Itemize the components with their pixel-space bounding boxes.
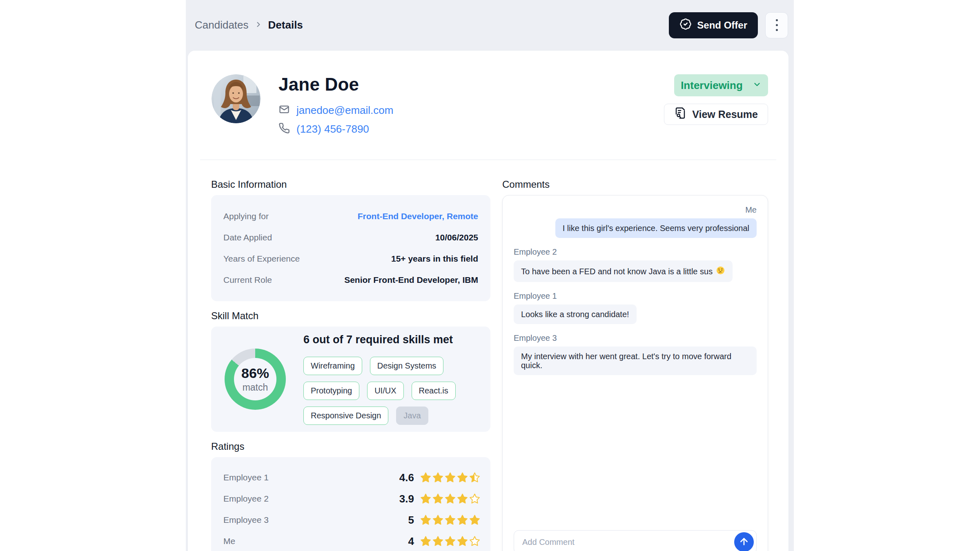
view-resume-label: View Resume [692, 109, 758, 120]
send-offer-button[interactable]: Send Offer [669, 12, 758, 38]
skill-match-panel: 86% match 6 out of 7 required skills met… [211, 327, 490, 432]
comment-bubble: To have been a FED and not know Java is … [514, 260, 733, 282]
rating-row: Employee 35 [223, 509, 481, 531]
top-bar: Candidates Details Send Offer [186, 0, 794, 50]
comment-messages: MeI like this girl's experience. Seems v… [514, 205, 757, 530]
comments-panel: MeI like this girl's experience. Seems v… [502, 195, 768, 551]
comment-text: My interview with her went great. Let's … [521, 352, 749, 370]
breadcrumb: Candidates Details [195, 19, 303, 31]
candidate-email[interactable]: janedoe@email.com [296, 104, 393, 117]
arrow-up-icon [739, 536, 749, 548]
app-region: Candidates Details Send Offer [186, 0, 794, 551]
topbar-actions: Send Offer [669, 12, 788, 38]
rating-stars [420, 493, 481, 505]
comment-author: Employee 1 [514, 291, 557, 301]
rating-name: Employee 1 [223, 473, 269, 482]
ratings-heading: Ratings [211, 441, 490, 452]
info-label: Applying for [223, 211, 269, 221]
rating-stars [420, 514, 481, 526]
breadcrumb-details: Details [268, 19, 303, 31]
candidate-identity: Jane Doe janedoe@email.com (123) 456-789… [278, 74, 393, 141]
rating-value: 4.6 [399, 471, 414, 484]
skill-match-heading: Skill Match [211, 310, 490, 322]
view-resume-button[interactable]: View Resume [664, 104, 768, 125]
rating-name: Me [223, 536, 235, 546]
rating-row: Employee 14.6 [223, 467, 481, 488]
rating-stars [420, 472, 481, 484]
skill-chip-met: Responsive Design [303, 407, 388, 425]
skills-met-headline: 6 out of 7 required skills met [303, 333, 479, 346]
info-label: Years of Experience [223, 254, 300, 264]
rating-name: Employee 3 [223, 515, 269, 525]
kebab-dot [776, 19, 778, 21]
comment-bubble: I like this girl's experience. Seems ver… [555, 218, 757, 238]
info-row: Current RoleSenior Front-End Developer, … [223, 269, 478, 291]
rating-row: Me4 [223, 531, 481, 551]
skill-chip-met: React.is [412, 382, 456, 400]
basic-information-panel: Applying forFront-End Developer, RemoteD… [211, 195, 490, 301]
match-caption: match [243, 382, 268, 393]
thinking-face-emoji [716, 266, 725, 275]
comment-text: I like this girl's experience. Seems ver… [563, 224, 749, 233]
phone-row: (123) 456-7890 [278, 122, 393, 136]
match-percent: 86% [241, 365, 269, 381]
info-value: Senior Front-End Developer, IBM [344, 275, 478, 285]
breadcrumb-candidates[interactable]: Candidates [195, 19, 249, 31]
profile-actions: Interviewing View Resume [664, 74, 768, 125]
comment-message: Employee 1Looks like a strong candidate! [514, 291, 757, 324]
comment-author: Employee 3 [514, 333, 557, 343]
comment-message: Employee 3My interview with her went gre… [514, 333, 757, 375]
breadcrumb-chevron-icon [254, 19, 263, 31]
info-label: Current Role [223, 275, 272, 285]
info-value[interactable]: Front-End Developer, Remote [358, 211, 478, 221]
comments-heading: Comments [502, 179, 768, 190]
kebab-dot [776, 24, 778, 26]
info-label: Date Applied [223, 233, 272, 242]
info-row: Applying forFront-End Developer, Remote [223, 206, 478, 227]
rating-name: Employee 2 [223, 494, 269, 504]
skill-list: 6 out of 7 required skills met Wireframi… [303, 333, 479, 425]
rating-value: 5 [408, 514, 414, 527]
rating-stars [420, 535, 481, 547]
rating-row: Employee 23.9 [223, 488, 481, 509]
profile-header: Jane Doe janedoe@email.com (123) 456-789… [188, 51, 788, 141]
basic-information-heading: Basic Information [211, 179, 490, 190]
skill-chip-met: Design Systems [370, 357, 444, 375]
comment-bubble: My interview with her went great. Let's … [514, 347, 757, 375]
badge-check-icon [679, 18, 692, 33]
rating-value: 3.9 [399, 493, 414, 505]
skill-chip-met: UI/UX [367, 382, 403, 400]
kebab-dot [776, 29, 778, 31]
skill-chips: WireframingDesign SystemsPrototypingUI/U… [303, 357, 479, 425]
kebab-menu-button[interactable] [765, 12, 788, 38]
send-offer-label: Send Offer [697, 20, 747, 31]
rating-value: 4 [408, 535, 414, 548]
info-row: Years of Experience15+ years in this fie… [223, 248, 478, 269]
comment-composer [514, 530, 757, 551]
file-search-icon [674, 107, 686, 122]
email-row: janedoe@email.com [278, 104, 393, 117]
comment-message: MeI like this girl's experience. Seems v… [514, 205, 757, 238]
page: Candidates Details Send Offer [0, 0, 980, 551]
chevron-down-icon [753, 79, 762, 92]
add-comment-input[interactable] [514, 530, 757, 551]
comment-text: To have been a FED and not know Java is … [521, 267, 713, 276]
skill-chip-met: Wireframing [303, 357, 362, 375]
info-value: 15+ years in this field [391, 254, 478, 264]
candidate-phone[interactable]: (123) 456-7890 [296, 123, 369, 136]
comment-text: Looks like a strong candidate! [521, 310, 629, 319]
skill-match-donut: 86% match [225, 349, 286, 410]
comment-author: Employee 2 [514, 247, 557, 257]
candidate-name: Jane Doe [278, 74, 393, 95]
mail-icon [278, 104, 290, 117]
right-column: Comments MeI like this girl's experience… [502, 179, 768, 551]
donut-center: 86% match [234, 358, 276, 400]
info-value: 10/06/2025 [435, 233, 478, 242]
skill-chip-unmet: Java [396, 407, 428, 425]
ratings-panel: Employee 14.6Employee 23.9Employee 35Me4 [211, 457, 490, 551]
status-dropdown[interactable]: Interviewing [674, 74, 768, 96]
send-comment-button[interactable] [734, 532, 754, 551]
info-row: Date Applied10/06/2025 [223, 227, 478, 248]
thinking-face-emoji-icon [716, 266, 725, 277]
comment-author: Me [745, 205, 757, 215]
